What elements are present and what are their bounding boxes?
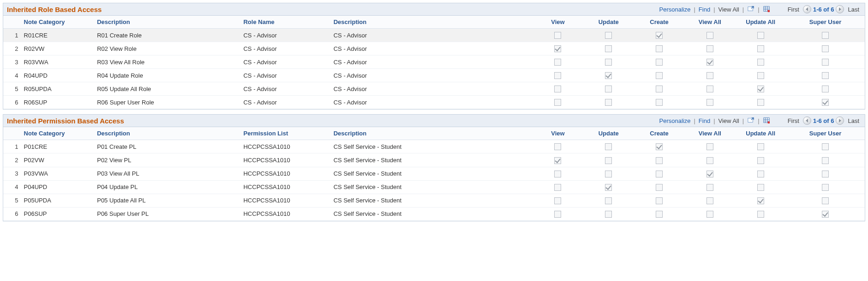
personalize-link[interactable]: Personalize (658, 117, 692, 124)
separator: | (692, 6, 696, 13)
column-header[interactable]: View (533, 127, 583, 140)
table-row: 6R06SUPR06 Super User RoleCS - AdvisorCS… (3, 96, 865, 109)
cell-checkbox (533, 55, 583, 69)
cell-checkbox (684, 69, 735, 82)
column-header[interactable]: Note Category (20, 16, 94, 29)
cell-cat: P03VWA (20, 167, 94, 180)
cell-rp: HCCPCSSA1010 (239, 207, 329, 220)
download-excel-icon[interactable] (762, 6, 771, 13)
grid-toolbar: Personalize|Find|View All||First1-6 of 6… (658, 5, 861, 13)
viewall-link[interactable]: View All (718, 6, 740, 13)
svg-marker-7 (806, 7, 808, 11)
column-header[interactable]: View All (684, 16, 735, 29)
column-header[interactable]: Super User (786, 127, 865, 140)
super-user-checkbox (822, 45, 829, 52)
svg-marker-17 (839, 119, 841, 122)
zoom-icon[interactable] (747, 6, 755, 13)
column-header[interactable]: View (533, 16, 583, 29)
cell-checkbox (735, 167, 786, 180)
create-checkbox (656, 197, 663, 204)
nav-prev-icon[interactable] (803, 116, 811, 125)
zoom-icon[interactable] (747, 117, 755, 124)
find-link[interactable]: Find (698, 6, 711, 13)
grid-header: Inherited Permission Based AccessPersona… (3, 115, 865, 127)
table-row: 4R04UPDR04 Update RoleCS - AdvisorCS - A… (3, 69, 865, 82)
update-all-checkbox (757, 86, 764, 92)
nav-prev-icon[interactable] (803, 5, 811, 13)
cell-checkbox (533, 207, 583, 220)
column-header[interactable]: Create (634, 127, 685, 140)
column-header[interactable]: View All (684, 127, 735, 140)
cell-d1: P05 Update All PL (93, 194, 239, 207)
create-checkbox (656, 72, 663, 79)
find-link[interactable]: Find (698, 117, 711, 124)
cell-checkbox (583, 207, 634, 220)
cell-checkbox (735, 82, 786, 96)
cell-cat: P02VW (20, 153, 94, 167)
cell-checkbox (786, 194, 865, 207)
cell-d2: CS Self Service - Student (330, 194, 533, 207)
cell-checkbox (583, 180, 634, 194)
row-number: 5 (3, 82, 20, 96)
create-checkbox (656, 184, 663, 191)
cell-rp: CS - Advisor (239, 96, 329, 109)
svg-rect-15 (767, 122, 769, 123)
view-all-checkbox (706, 99, 713, 106)
table-row: 1R01CRER01 Create RoleCS - AdvisorCS - A… (3, 29, 865, 42)
nav-last-label[interactable]: Last (846, 6, 861, 13)
cell-rp: HCCPCSSA1010 (239, 153, 329, 167)
cell-rp: HCCPCSSA1010 (239, 167, 329, 180)
view-all-checkbox (706, 72, 713, 79)
nav-first-label[interactable]: First (786, 117, 801, 124)
super-user-checkbox (822, 86, 829, 92)
cell-d1: P01 Create PL (93, 140, 239, 153)
column-header[interactable]: Note Category (20, 127, 94, 140)
cell-checkbox (634, 29, 685, 42)
column-header[interactable]: Update (583, 16, 634, 29)
data-table: Note CategoryDescriptionPermission ListD… (3, 127, 865, 220)
nav-first-label[interactable]: First (786, 6, 801, 13)
cell-checkbox (634, 140, 685, 153)
cell-rp: CS - Advisor (239, 55, 329, 69)
cell-cat: R01CRE (20, 29, 94, 42)
cell-checkbox (684, 207, 735, 220)
cell-cat: R03VWA (20, 55, 94, 69)
column-header[interactable]: Update All (735, 16, 786, 29)
viewall-link[interactable]: View All (718, 117, 740, 124)
column-header[interactable]: Update All (735, 127, 786, 140)
view-checkbox (554, 32, 561, 39)
download-excel-icon[interactable] (762, 117, 771, 124)
separator: | (712, 6, 716, 13)
column-header[interactable]: Permission List (239, 127, 329, 140)
personalize-link[interactable]: Personalize (658, 6, 692, 13)
cell-checkbox (533, 82, 583, 96)
update-all-checkbox (757, 143, 764, 150)
cell-checkbox (533, 167, 583, 180)
column-header[interactable]: Description (93, 127, 239, 140)
cell-d1: R05 Update All Role (93, 82, 239, 96)
column-header[interactable]: Update (583, 127, 634, 140)
cell-checkbox (533, 153, 583, 167)
data-table: Note CategoryDescriptionRole NameDescrip… (3, 16, 865, 109)
cell-d2: CS Self Service - Student (330, 153, 533, 167)
column-header[interactable]: Role Name (239, 16, 329, 29)
cell-d1: P03 View All PL (93, 167, 239, 180)
table-row: 5R05UPDAR05 Update All RoleCS - AdvisorC… (3, 82, 865, 96)
nav-last-label[interactable]: Last (846, 117, 861, 124)
column-header[interactable]: Super User (786, 16, 865, 29)
cell-cat: P01CRE (20, 140, 94, 153)
grid-title: Inherited Permission Based Access (7, 117, 124, 125)
view-all-checkbox (706, 171, 713, 177)
nav-next-icon[interactable] (836, 5, 844, 13)
table-row: 6P06SUPP06 Super User PLHCCPCSSA1010CS S… (3, 207, 865, 220)
cell-checkbox (735, 153, 786, 167)
update-checkbox (605, 32, 612, 39)
view-all-checkbox (706, 184, 713, 191)
column-header[interactable]: Description (330, 16, 533, 29)
column-header[interactable]: Description (93, 16, 239, 29)
column-header[interactable]: Create (634, 16, 685, 29)
nav-next-icon[interactable] (836, 116, 844, 125)
update-all-checkbox (757, 211, 764, 218)
table-row: 1P01CREP01 Create PLHCCPCSSA1010CS Self … (3, 140, 865, 153)
column-header[interactable]: Description (330, 127, 533, 140)
